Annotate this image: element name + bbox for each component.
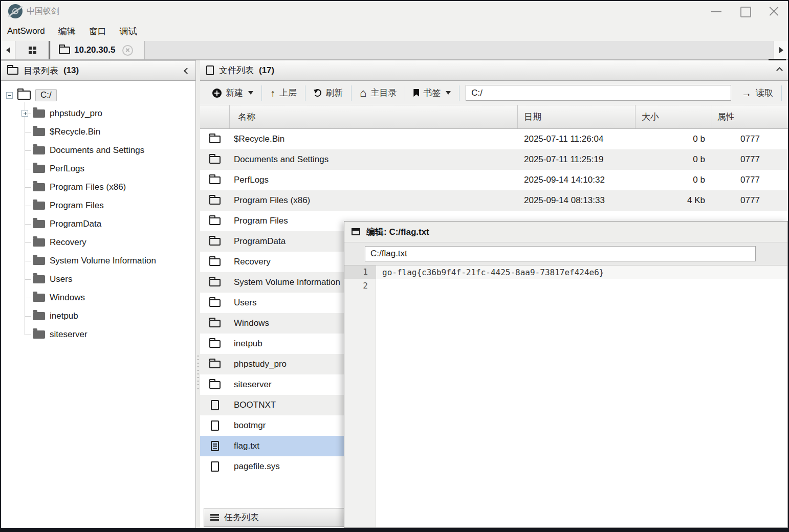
tree-item[interactable]: $Recycle.Bin	[1, 123, 195, 141]
collapse-expander-icon[interactable]	[6, 92, 13, 99]
directory-panel-header: 目录列表 (13)	[1, 60, 195, 81]
tree-item[interactable]: inetpub	[1, 307, 195, 325]
folder-icon	[209, 381, 221, 389]
editor-path-input[interactable]	[365, 246, 756, 261]
tree-item[interactable]: Program Files (x86)	[1, 178, 195, 196]
folder-icon	[33, 257, 45, 265]
directory-panel: 目录列表 (13) C:/ phpstudy_pro $Recycle.Bin	[1, 60, 196, 528]
tree-item[interactable]: Recovery	[1, 233, 195, 252]
tree-root-label[interactable]: C:/	[35, 89, 57, 101]
menu-debug[interactable]: 调试	[120, 26, 137, 37]
menu-bar: AntSword 编辑 窗口 调试	[1, 21, 788, 41]
tree-item[interactable]: Documents and Settings	[1, 141, 195, 160]
minimize-button[interactable]	[702, 1, 731, 21]
arrow-right-icon: →	[741, 88, 752, 98]
folder-icon	[33, 220, 45, 228]
list-icon	[210, 514, 219, 521]
tree-item[interactable]: Users	[1, 270, 195, 289]
folder-icon	[33, 202, 45, 210]
refresh-button[interactable]: 刷新	[306, 85, 350, 101]
folder-icon	[209, 320, 221, 327]
file-row[interactable]: $Recycle.Bin2025-07-11 11:26:040 b0777	[200, 129, 788, 149]
antsword-logo-icon	[8, 4, 23, 18]
line-number: 2	[344, 281, 376, 291]
window-title: 中国蚁剑	[27, 6, 59, 17]
tree-item[interactable]: System Volume Information	[1, 252, 195, 270]
tab-scroll-left-button[interactable]	[1, 41, 15, 59]
maximize-button[interactable]	[731, 1, 759, 21]
tree-item[interactable]: PerfLogs	[1, 160, 195, 178]
tab-home-grid-button[interactable]	[16, 41, 50, 59]
folder-icon	[209, 156, 221, 164]
collapse-up-icon[interactable]	[776, 67, 783, 74]
tab-bar: 10.20.30.5	[1, 41, 788, 60]
file-panel-header: 文件列表 (17)	[200, 60, 788, 81]
file-icon	[206, 65, 214, 75]
column-name[interactable]: 名称	[230, 105, 518, 128]
column-date[interactable]: 日期	[518, 105, 635, 128]
app-surface: 中国蚁剑 AntSword 编辑 窗口 调试 10.20.30.5 目录列表	[1, 1, 788, 528]
menu-window[interactable]: 窗口	[89, 26, 106, 37]
up-level-button[interactable]: ↑ 上层	[263, 85, 304, 101]
arrow-up-icon: ↑	[270, 88, 275, 98]
path-input[interactable]	[466, 85, 731, 101]
line-number: 1	[344, 265, 376, 279]
folder-icon	[209, 238, 221, 246]
tree-item[interactable]: Windows	[1, 289, 195, 307]
folder-icon	[209, 299, 221, 307]
column-size[interactable]: 大小	[635, 105, 712, 128]
splitter-grip-icon	[198, 356, 199, 391]
window-icon	[352, 228, 360, 235]
folder-icon	[33, 312, 45, 320]
home-icon: ⌂	[360, 87, 366, 99]
tree-item[interactable]: ProgramData	[1, 215, 195, 233]
file-icon	[211, 420, 219, 431]
collapse-panel-icon[interactable]	[184, 68, 190, 74]
refresh-icon	[314, 89, 321, 97]
tree-item[interactable]: phpstudy_pro	[1, 104, 195, 123]
editor-line[interactable]: 1 go-flag{c36b9f4f-21fc-4425-8aa9-73817e…	[344, 265, 787, 279]
column-attr[interactable]: 属性	[712, 105, 788, 128]
file-count: (17)	[259, 65, 274, 76]
file-row[interactable]: Program Files (x86)2025-09-14 08:13:334 …	[200, 190, 788, 211]
close-button[interactable]	[759, 1, 788, 21]
tab-scroll-right-button[interactable]	[774, 41, 788, 59]
read-button[interactable]: → 读取	[734, 85, 780, 101]
directory-count: (13)	[63, 65, 79, 76]
triangle-right-icon	[779, 47, 783, 53]
file-table-header: 名称 日期 大小 属性	[200, 105, 788, 129]
folder-icon	[209, 340, 221, 348]
file-icon	[211, 461, 219, 472]
editor-titlebar[interactable]: 编辑: C:/flag.txt	[344, 221, 787, 242]
file-row[interactable]: PerfLogs2025-09-14 14:10:320 b0777	[200, 170, 788, 190]
tree-item[interactable]: siteserver	[1, 325, 195, 344]
folder-icon	[33, 165, 45, 173]
panel-splitter[interactable]	[196, 60, 200, 528]
task-list-title: 任务列表	[224, 512, 259, 523]
tab-shell-session[interactable]: 10.20.30.5	[51, 41, 145, 59]
folder-icon	[33, 183, 45, 191]
directory-panel-title: 目录列表	[24, 65, 58, 77]
menu-edit[interactable]: 编辑	[58, 26, 76, 37]
home-dir-button[interactable]: ⌂ 主目录	[353, 85, 404, 101]
editor-window: 编辑: C:/flag.txt 1 go-flag{c36b9f4f-21fc-…	[344, 221, 788, 528]
folder-icon	[33, 109, 45, 118]
folder-icon	[33, 238, 45, 247]
bookmark-icon	[413, 89, 419, 97]
folder-icon	[33, 128, 45, 136]
editor-body[interactable]: 1 go-flag{c36b9f4f-21fc-4425-8aa9-73817e…	[344, 265, 787, 527]
file-row[interactable]: Documents and Settings2025-07-11 11:25:1…	[200, 149, 788, 170]
expand-expander-icon[interactable]	[21, 110, 28, 117]
editor-line[interactable]: 2	[344, 279, 787, 292]
chevron-down-icon	[248, 91, 253, 95]
tree-item[interactable]: Program Files	[1, 196, 195, 215]
tree-root-row[interactable]: C:/	[1, 86, 195, 104]
folder-icon	[209, 279, 221, 286]
folder-icon	[209, 258, 221, 266]
file-toolbar: 新建 ↑ 上层 刷新 ⌂ 主目录	[200, 81, 788, 105]
bookmark-button[interactable]: 书签	[406, 85, 458, 101]
chevron-down-icon	[446, 91, 451, 95]
tab-close-icon[interactable]	[122, 45, 133, 56]
menu-antsword[interactable]: AntSword	[7, 26, 45, 36]
new-button[interactable]: 新建	[205, 85, 260, 101]
